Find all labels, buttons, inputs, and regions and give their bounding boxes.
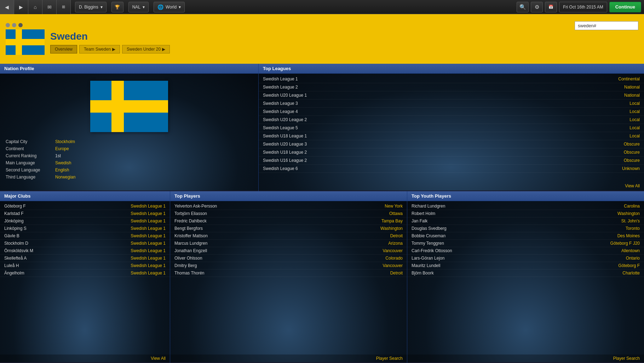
ranking-row: Current Ranking 1st: [6, 153, 253, 158]
club-row[interactable]: Linköping SSwedish League 1: [0, 225, 170, 232]
youth-player-team: Toronto: [626, 226, 640, 231]
league-row[interactable]: Swedish U18 League 1Local: [259, 132, 644, 140]
club-league: Swedish League 1: [131, 226, 166, 231]
youth-player-row[interactable]: Robert HolmWashington: [407, 210, 644, 217]
youth-player-name: Tommy Tenggren: [412, 241, 444, 246]
player-search-link[interactable]: Player Search: [376, 356, 403, 361]
tab-team-sweden[interactable]: Team Sweden ▶: [79, 45, 120, 53]
league-row[interactable]: Swedish U18 League 2Obscure: [259, 148, 644, 157]
top-players-body: Yelverton Ask-PerssonNew YorkTorbjörn El…: [170, 201, 407, 362]
continent-row: Continent Europe: [6, 146, 253, 151]
club-row[interactable]: ÄngelholmSwedish League 1: [0, 270, 170, 277]
search-input[interactable]: [575, 21, 638, 30]
forward-button[interactable]: ▶: [14, 0, 28, 14]
flag-display: [0, 74, 258, 136]
league-row[interactable]: Swedish League 3Local: [259, 100, 644, 108]
league-row[interactable]: Swedish U20 League 2Local: [259, 116, 644, 124]
club-row[interactable]: Örnsköldsvik MSwedish League 1: [0, 247, 170, 255]
club-name: Karlstad F: [4, 211, 24, 216]
league-dropdown[interactable]: NAL ▾: [128, 2, 149, 12]
player-team: Detroit: [390, 271, 403, 276]
club-name: Skellefteå A: [4, 256, 27, 261]
email-button[interactable]: ✉: [42, 0, 57, 14]
league-row[interactable]: Swedish League 1Continental: [259, 75, 644, 83]
youth-player-row[interactable]: Richard LundgrenCarolina: [407, 203, 644, 210]
league-row[interactable]: Swedish U16 League 2Obscure: [259, 157, 644, 165]
player-row[interactable]: Jonathan EngzellVancouver: [170, 247, 407, 255]
youth-player-row[interactable]: Tommy TenggrenGöteborg F J20: [407, 240, 644, 247]
club-name: Göteborg F: [4, 204, 26, 209]
home-button[interactable]: ⌂: [28, 0, 42, 14]
league-row[interactable]: Swedish League 4Local: [259, 108, 644, 116]
player-name: Kristoffer Mattson: [174, 233, 208, 238]
top-leagues-header: Top Leagues: [259, 64, 644, 74]
club-row[interactable]: Luleå HSwedish League 1: [0, 262, 170, 270]
player-row[interactable]: Marcus LundgrenArizona: [170, 240, 407, 247]
league-name: Swedish League 2: [263, 85, 298, 90]
league-row[interactable]: Swedish League 5Local: [259, 124, 644, 132]
club-name: Gävle B: [4, 233, 19, 238]
map-button[interactable]: ⊞: [57, 0, 71, 14]
club-league: Swedish League 1: [131, 211, 166, 216]
calendar-button[interactable]: 📅: [545, 2, 557, 12]
youth-player-name: Richard Lundgren: [412, 204, 445, 209]
club-row[interactable]: Stockholm DSwedish League 1: [0, 240, 170, 247]
major-clubs-header: Major Clubs: [0, 191, 170, 201]
player-row[interactable]: Fredric DahlbeckTampa Bay: [170, 217, 407, 225]
dot1: [6, 23, 10, 27]
club-row[interactable]: JönköpingSwedish League 1: [0, 217, 170, 225]
league-row[interactable]: Swedish League 6Unknown: [259, 165, 644, 173]
settings-button[interactable]: ⚙: [531, 2, 543, 12]
club-row[interactable]: Gävle BSwedish League 1: [0, 232, 170, 240]
youth-player-row[interactable]: Björn BoorkCharlotte: [407, 270, 644, 277]
player-row[interactable]: Bengt BergforsWashington: [170, 225, 407, 232]
club-row[interactable]: Karlstad FSwedish League 1: [0, 210, 170, 217]
club-name: Linköping S: [4, 226, 27, 231]
youth-player-row[interactable]: Jan FalkSt. John's: [407, 217, 644, 225]
youth-player-team: St. John's: [621, 219, 640, 223]
youth-player-row[interactable]: Lars-Göran LejonOntario: [407, 255, 644, 262]
player-row[interactable]: Thomas ThorénDetroit: [170, 270, 407, 277]
leagues-list: Swedish League 1ContinentalSwedish Leagu…: [259, 74, 644, 173]
view-all-leagues-link[interactable]: View All: [625, 183, 640, 188]
trophy-icon[interactable]: 🏆: [111, 2, 123, 12]
major-clubs-panel: Major Clubs Göteborg FSwedish League 1Ka…: [0, 191, 170, 363]
player-row[interactable]: Dmitry BergVancouver: [170, 262, 407, 270]
youth-player-row[interactable]: Bobbie CrusemanDes Moines: [407, 232, 644, 240]
league-row[interactable]: Swedish U20 League 3Obscure: [259, 140, 644, 148]
club-row[interactable]: Skellefteå ASwedish League 1: [0, 255, 170, 262]
manager-dropdown[interactable]: D. Biggins ▾: [75, 2, 107, 12]
club-name: Jönköping: [4, 219, 24, 223]
date-display: Fri Oct 16th 2015 AM: [559, 2, 607, 12]
club-name: Stockholm D: [4, 241, 28, 246]
world-dropdown[interactable]: 🌐 World ▾: [154, 2, 185, 12]
club-league: Swedish League 1: [131, 256, 166, 261]
player-row[interactable]: Oliver OhlssonColorado: [170, 255, 407, 262]
youth-player-search-link[interactable]: Player Search: [613, 356, 640, 361]
player-row[interactable]: Yelverton Ask-PerssonNew York: [170, 203, 407, 210]
youth-player-row[interactable]: Carl-Fredrik OttossonAllentown: [407, 247, 644, 255]
youth-player-team: Washington: [617, 211, 640, 216]
chevron-down-icon: ▾: [100, 5, 103, 10]
youth-player-row[interactable]: Douglas SvedbergToronto: [407, 225, 644, 232]
player-row[interactable]: Kristoffer MattsonDetroit: [170, 232, 407, 240]
search-button[interactable]: 🔍: [517, 2, 529, 12]
league-row[interactable]: Swedish League 2National: [259, 83, 644, 91]
league-type: Continental: [618, 76, 640, 81]
back-button[interactable]: ◀: [0, 0, 14, 14]
club-row[interactable]: Göteborg FSwedish League 1: [0, 203, 170, 210]
league-name: Swedish U18 League 1: [263, 134, 307, 138]
top-youth-body: Richard LundgrenCarolinaRobert HolmWashi…: [407, 201, 644, 362]
players-list: Yelverton Ask-PerssonNew YorkTorbjörn El…: [170, 201, 407, 277]
youth-player-name: Jan Falk: [412, 219, 427, 223]
view-all-clubs-link[interactable]: View All: [151, 356, 166, 361]
chevron-down-icon3: ▾: [179, 5, 181, 10]
tab-overview[interactable]: Overview: [50, 45, 77, 53]
tab-sweden-u20[interactable]: Sweden Under 20 ▶: [122, 45, 170, 53]
top-players-header: Top Players: [170, 191, 407, 201]
league-row[interactable]: Swedish U20 League 1National: [259, 91, 644, 100]
player-row[interactable]: Torbjörn EliassonOttawa: [170, 210, 407, 217]
youth-player-row[interactable]: Mauritz LundellGöteborg F: [407, 262, 644, 270]
club-league: Swedish League 1: [131, 219, 166, 223]
continue-button[interactable]: Continue: [609, 2, 641, 12]
